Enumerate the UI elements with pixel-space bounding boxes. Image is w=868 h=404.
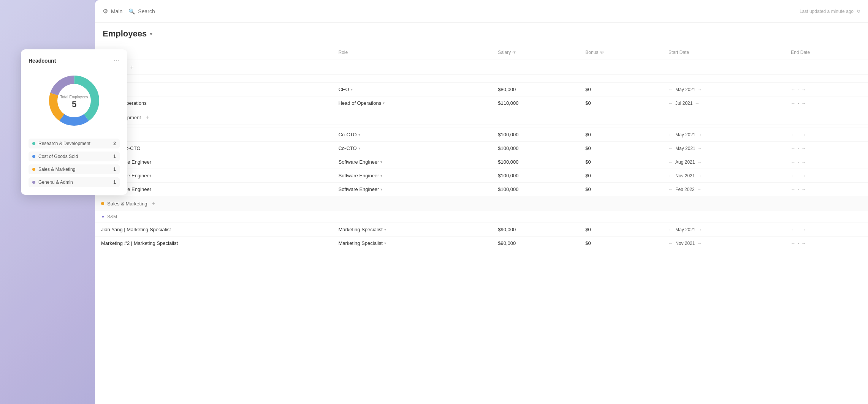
start-date-next-ceo[interactable]: → <box>698 87 702 92</box>
legend-dot-sm <box>32 168 35 171</box>
col-end-date: End Date <box>785 45 868 60</box>
add-sm-button[interactable]: + <box>150 200 157 207</box>
salary-eye-icon[interactable]: 👁 <box>512 50 517 55</box>
legend-label-sm: Sales & Marketing <box>38 167 75 172</box>
employee-startdate-ceo: ← May 2021 → <box>662 83 785 96</box>
role-dropdown-ops[interactable]: ▾ <box>383 101 385 105</box>
nav-icon: ⚙ <box>103 8 108 15</box>
table-body: & Admin + | CEO <box>95 60 868 250</box>
employee-id-ops: | Head of Operations <box>95 96 332 110</box>
employee-enddate-ops: ← - → <box>785 96 868 110</box>
topbar: ⚙ Main 🔍 Last updated a minute ago ↻ <box>95 0 868 23</box>
headcount-title: Headcount <box>29 58 56 64</box>
legend-count-ga: 1 <box>113 180 116 185</box>
donut-total-value: 5 <box>72 99 76 109</box>
last-updated-text: Last updated a minute ago <box>800 9 854 14</box>
legend-item-cogs: Cost of Goods Sold 1 <box>29 152 120 161</box>
employee-id-ceo: | CEO <box>95 83 332 96</box>
legend-count-cogs: 1 <box>113 154 116 159</box>
employees-chevron-icon[interactable]: ▾ <box>150 31 152 37</box>
legend-dot-ga <box>32 181 35 184</box>
more-options-icon[interactable]: ⋯ <box>114 57 120 64</box>
legend: Research & Development 2 Cost of Goods S… <box>29 139 120 187</box>
employee-role-cell-ceo: CEO ▾ <box>332 83 492 96</box>
subgroup-row-sm: ▼ S&M <box>95 211 868 223</box>
subgroup-arrow-sm[interactable]: ▼ <box>101 215 105 219</box>
group-row-rd: & Development + <box>95 110 868 125</box>
main-label: Main <box>111 8 122 14</box>
col-bonus: Bonus 👁 <box>579 45 662 60</box>
group-row-sm: Sales & Marketing + <box>95 196 868 211</box>
add-ga-button[interactable]: + <box>128 64 135 71</box>
legend-label-cogs: Cost of Goods Sold <box>38 154 78 159</box>
col-role: Role <box>332 45 492 60</box>
headcount-header: Headcount ⋯ <box>29 57 120 64</box>
employee-enddate-ceo: ← - → <box>785 83 868 96</box>
end-date-prev-ceo[interactable]: ← <box>791 87 795 92</box>
group-row-ga: & Admin + <box>95 60 868 75</box>
table-row: | CEO CEO ▾ $80,000 $0 ← <box>95 83 868 96</box>
legend-count-sm: 1 <box>113 167 116 172</box>
group-dot-sm <box>101 202 104 205</box>
donut-chart: Total Employees 5 <box>44 70 105 131</box>
legend-label-rd: Research & Development <box>38 141 90 146</box>
legend-item-rd: Research & Development 2 <box>29 139 120 148</box>
employee-salary-ops: $110,000 <box>492 96 579 110</box>
main-container: Headcount ⋯ <box>0 0 868 404</box>
search-bar[interactable]: 🔍 <box>128 8 794 14</box>
table-row: #5 | Software Engineer Software Engineer… <box>95 183 868 196</box>
table-row: #4 | Software Engineer Software Engineer… <box>95 169 868 183</box>
start-date-prev-ceo[interactable]: ← <box>668 87 673 92</box>
topbar-right: Last updated a minute ago ↻ <box>800 9 860 14</box>
employees-table: Name Role Salary 👁 <box>95 45 868 250</box>
table-header: Name Role Salary 👁 <box>95 45 868 60</box>
headcount-card: Headcount ⋯ <box>21 49 127 195</box>
table-row: | Co-CTO Co-CTO ▾ $100,000 $0 ← <box>95 128 868 142</box>
legend-count-rd: 2 <box>113 141 116 146</box>
employee-bonus-ceo: $0 <box>579 83 662 96</box>
end-date-next-ceo[interactable]: → <box>801 87 806 92</box>
table-wrapper: Name Role Salary 👁 <box>95 45 868 404</box>
employee-salary-ceo: $80,000 <box>492 83 579 96</box>
employee-id-gilfoyle: | Co-CTO <box>95 128 332 142</box>
employees-title: Employees <box>103 29 147 39</box>
add-rd-button[interactable]: + <box>144 114 150 121</box>
spacer-row-ga <box>95 75 868 83</box>
col-start-date: Start Date <box>662 45 785 60</box>
role-dropdown-ceo[interactable]: ▾ <box>351 87 353 92</box>
donut-chart-container: Total Employees 5 <box>29 70 120 131</box>
employee-startdate-ops: ← Jul 2021 → <box>662 96 785 110</box>
table-row: Jian Yang | Marketing Specialist Marketi… <box>95 223 868 237</box>
legend-dot-rd <box>32 142 35 145</box>
donut-total-label: Total Employees <box>60 95 88 99</box>
spacer-row-rd <box>95 125 868 128</box>
legend-item-sm: Sales & Marketing 1 <box>29 164 120 174</box>
group-label-sm: Sales & Marketing <box>107 201 147 207</box>
spacer-cell <box>95 75 868 83</box>
legend-label-ga: General & Admin <box>38 180 73 185</box>
content-area: ⚙ Main 🔍 Last updated a minute ago ↻ Emp… <box>95 0 868 404</box>
bonus-eye-icon[interactable]: 👁 <box>600 50 604 55</box>
employees-header: Employees ▾ <box>95 23 868 45</box>
refresh-icon[interactable]: ↻ <box>857 9 860 14</box>
col-salary: Salary 👁 <box>492 45 579 60</box>
search-input[interactable] <box>138 8 214 14</box>
legend-item-ga: General & Admin 1 <box>29 177 120 187</box>
table-row: | Head of Operations Head of Operations … <box>95 96 868 110</box>
employee-bonus-ops: $0 <box>579 96 662 110</box>
topbar-left: ⚙ Main <box>103 8 122 15</box>
search-icon: 🔍 <box>128 8 135 14</box>
table-row: Chugtai | Co-CTO Co-CTO ▾ $100,000 $0 <box>95 142 868 155</box>
table-row: Marketing #2 | Marketing Specialist Mark… <box>95 237 868 250</box>
legend-dot-cogs <box>32 155 35 158</box>
col-name: Name <box>95 45 332 60</box>
table-row: #3 | Software Engineer Software Engineer… <box>95 155 868 169</box>
subgroup-label-sm: S&M <box>107 214 117 219</box>
employee-role-cell-ops: Head of Operations ▾ <box>332 96 492 110</box>
